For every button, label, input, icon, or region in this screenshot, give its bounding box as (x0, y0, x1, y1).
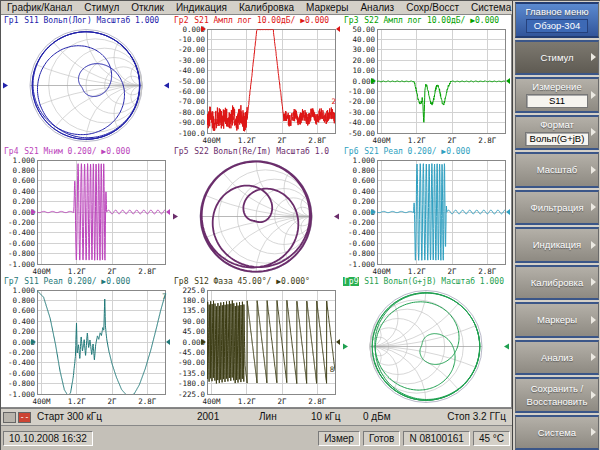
softkey-сохранить-[interactable]: Сохранить /Восстановить (515, 377, 599, 413)
stop-frequency: Стоп 3.2 ГГц (447, 411, 506, 422)
sweep-type: Лин (259, 411, 277, 422)
svg-text:2.8Г: 2.8Г (138, 397, 157, 406)
svg-text:-0.200: -0.200 (348, 218, 376, 227)
softkey-анализ[interactable]: Анализ (515, 340, 599, 376)
svg-text:0.400: 0.400 (12, 186, 35, 195)
trace-id-badge: Гр5 (173, 147, 189, 156)
trace-header-text: S11 Реал 0.200/ ▶0.000 (19, 277, 130, 286)
graph-1[interactable]: Гр1 S11 Вольп(Лог) Масштаб 1.000 (1, 15, 171, 146)
svg-text:1.2Г: 1.2Г (238, 136, 257, 145)
trace-header-text: S11 Вольп(G+jB) Масштаб 1.000 (359, 277, 504, 286)
graph-3[interactable]: Гр3 S22 Ампл лог 10.00дБ/ ▶0.00050.0040.… (341, 15, 511, 146)
svg-text:-40.00: -40.00 (348, 118, 376, 127)
measure-state: Измер (318, 431, 360, 446)
graph-4-header: Гр4 S21 Мним 0.200/ ▶0.000 (1, 146, 171, 157)
svg-text:-0.800: -0.800 (8, 379, 36, 388)
softkey-value: S11 (526, 94, 588, 108)
svg-text:-0.400: -0.400 (348, 228, 376, 237)
trace-header-text: S11 Вольп(Лог) Масштаб 1.000 (19, 16, 159, 25)
svg-text:-70.00: -70.00 (178, 97, 206, 106)
svg-text:-1.000: -1.000 (8, 259, 36, 268)
svg-text:-50.00: -50.00 (178, 77, 206, 86)
svg-text:2Г: 2Г (108, 397, 118, 406)
menu-item-1[interactable]: График/Канал (1, 2, 78, 13)
trace-header-text: S22 Вольп(Re/Im) Масштаб 1.0 (189, 147, 329, 156)
system-status-bar: 10.10.2008 16:32 Измер Готов N 08100161 … (1, 425, 512, 450)
menu-item-2[interactable]: Стимул (78, 2, 125, 13)
softkey-калибровка[interactable]: Калибровка (515, 265, 599, 301)
svg-text:2Г: 2Г (278, 136, 288, 145)
svg-text:1.2Г: 1.2Г (408, 267, 427, 276)
chevron-right-icon (591, 203, 596, 211)
svg-text:40.00: 40.00 (352, 35, 375, 44)
softkey-измерение[interactable]: ИзмерениеS11 (515, 77, 599, 113)
softkey-масштаб[interactable]: Масштаб (515, 152, 599, 188)
softkey-label: Формат (540, 119, 574, 130)
softkey-стимул[interactable]: Стимул (515, 40, 599, 76)
graph-7[interactable]: Гр7 S11 Реал 0.200/ ▶0.0001.0000.8000.60… (1, 276, 171, 407)
graph-6[interactable]: Гр6 S21 Реал 0.200/ ▶0.0001.0000.8000.60… (341, 146, 511, 277)
channel-indicator (3, 412, 16, 423)
temperature: 45 °C (473, 431, 510, 446)
softkey-panel: Главное менюОбзор-304СтимулИзмерениеS11Ф… (512, 1, 600, 450)
svg-text:-0.800: -0.800 (8, 249, 36, 258)
chevron-right-icon (591, 278, 596, 286)
svg-text:180.0: 180.0 (182, 296, 205, 305)
softkey-main-menu[interactable]: Главное менюОбзор-304 (515, 2, 599, 38)
graph-8-plot: 225.0180.0135.090.0045.000.000-45.00-90.… (171, 287, 341, 406)
sweep-status-bar: -- Старт 300 кГц 2001 Лин 10 кГц 0 дБм С… (1, 408, 512, 425)
output-power: 0 дБм (363, 411, 391, 422)
charts-area: Гр1 S11 Вольп(Лог) Масштаб 1.000Гр2 S21 … (1, 14, 512, 408)
graph-8[interactable]: Гр8 S12 Фаза 45.00°/ ▶0.000°225.0180.013… (171, 276, 341, 407)
graph-5[interactable]: Гр5 S22 Вольп(Re/Im) Масштаб 1.0 (171, 146, 341, 277)
softkey-индикация[interactable]: Индикация (515, 227, 599, 263)
svg-text:0.800: 0.800 (12, 296, 35, 305)
menu-item-5[interactable]: Калибровка (233, 2, 300, 13)
graph-3-header: Гр3 S22 Ампл лог 10.00дБ/ ▶0.000 (341, 15, 511, 26)
trigger-indicator: -- (18, 412, 31, 423)
softkey-label: Маркеры (537, 314, 577, 325)
chevron-right-icon (591, 316, 596, 324)
trace-header-text: S12 Фаза 45.00°/ ▶0.000° (189, 277, 309, 286)
points-count: 2001 (197, 411, 219, 422)
softkey-система[interactable]: Система (515, 415, 599, 450)
svg-text:-1.000: -1.000 (348, 259, 376, 268)
svg-text:0.800: 0.800 (352, 166, 375, 175)
chevron-right-icon (591, 128, 596, 136)
svg-text:0.600: 0.600 (12, 307, 35, 316)
svg-text:8: 8 (330, 365, 335, 374)
svg-text:2.8Г: 2.8Г (308, 397, 327, 406)
graph-9[interactable]: Гр9 S11 Вольп(G+jB) Масштаб 1.000 (341, 276, 511, 407)
graph-4[interactable]: Гр4 S21 Мним 0.200/ ▶0.0001.0000.8000.60… (1, 146, 171, 277)
svg-text:1.2Г: 1.2Г (68, 267, 87, 276)
softkey-label: Фильтрация (530, 202, 583, 213)
menu-item-7[interactable]: Анализ (354, 2, 400, 13)
svg-text:-0.800: -0.800 (348, 249, 376, 258)
softkey-маркеры[interactable]: Маркеры (515, 302, 599, 338)
svg-text:45.00: 45.00 (182, 327, 205, 336)
menu-item-6[interactable]: Маркеры (300, 2, 354, 13)
svg-text:-20.00: -20.00 (178, 45, 206, 54)
svg-text:1.000: 1.000 (12, 157, 35, 165)
ready-state: Готов (363, 431, 400, 446)
softkey-main-title: Главное меню (525, 6, 588, 17)
svg-text:-80.00: -80.00 (178, 108, 206, 117)
menu-item-8[interactable]: Сохр/Восст (400, 2, 465, 13)
menu-item-3[interactable]: Отклик (125, 2, 170, 13)
svg-text:-225.0: -225.0 (178, 390, 206, 399)
softkey-формат[interactable]: ФорматВольп(G+jB) (515, 115, 599, 151)
menu-item-9[interactable]: Система (465, 2, 517, 13)
trace-id-badge: Гр4 (3, 147, 19, 156)
chevron-right-icon (591, 166, 596, 174)
graph-5-header: Гр5 S22 Вольп(Re/Im) Масштаб 1.0 (171, 146, 341, 157)
svg-text:400M: 400M (32, 267, 51, 276)
menu-item-4[interactable]: Индикация (170, 2, 233, 13)
softkey-фильтрация[interactable]: Фильтрация (515, 190, 599, 226)
svg-text:-0.600: -0.600 (8, 238, 36, 247)
graph-7-plot: 1.0000.8000.6000.4000.2000.000-0.200-0.4… (1, 287, 171, 406)
chevron-right-icon (591, 241, 596, 249)
svg-text:2: 2 (331, 97, 336, 106)
svg-text:-10.00: -10.00 (178, 35, 206, 44)
graph-2[interactable]: Гр2 S21 Ампл лог 10.00дБ/ ▶0.0000.000-10… (171, 15, 341, 146)
trace-id-badge: Гр1 (3, 16, 19, 25)
